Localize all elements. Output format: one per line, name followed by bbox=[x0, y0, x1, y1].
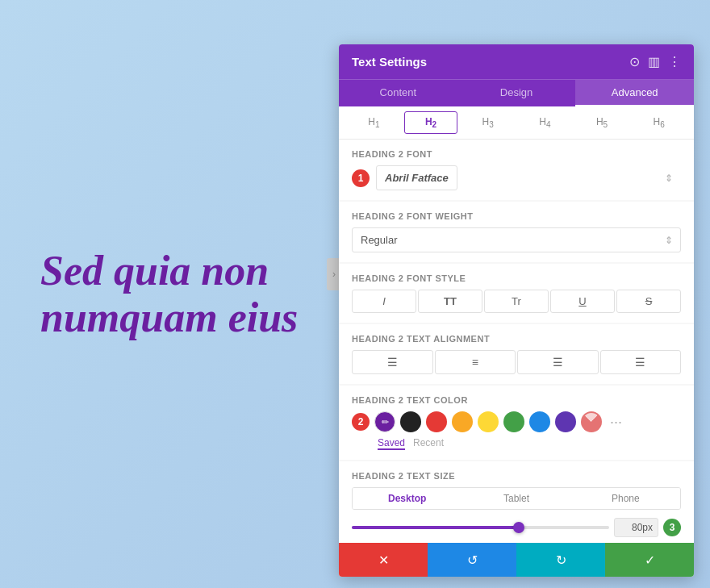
strikethrough-btn[interactable]: S bbox=[616, 290, 681, 313]
text-size-track bbox=[352, 526, 609, 529]
more-colors-btn[interactable]: ··· bbox=[607, 412, 625, 432]
panel-tabs: Content Design Advanced bbox=[339, 79, 694, 106]
align-center-btn[interactable]: ≡ bbox=[435, 350, 516, 374]
h-tab-5[interactable]: H5 bbox=[575, 111, 629, 134]
saved-tab[interactable]: Saved bbox=[378, 437, 405, 450]
text-settings-panel: Text Settings ⊙ ▥ ⋮ Content Design Advan… bbox=[339, 44, 694, 577]
color-saved-recent-tabs: Saved Recent bbox=[352, 437, 681, 450]
color-picker-btn[interactable]: ✏ bbox=[374, 411, 395, 432]
swatch-green[interactable] bbox=[503, 411, 524, 432]
font-label: Heading 2 Font bbox=[352, 149, 681, 159]
badge-2: 2 bbox=[352, 413, 370, 431]
h-tab-2[interactable]: H2 bbox=[404, 111, 458, 134]
text-size-slider-wrap bbox=[352, 526, 609, 529]
tab-design[interactable]: Design bbox=[457, 80, 576, 106]
select-arrow-icon: ⇕ bbox=[665, 173, 673, 184]
panel-header-icons: ⊙ ▥ ⋮ bbox=[629, 54, 681, 69]
swatch-pink[interactable] bbox=[581, 411, 602, 432]
redo-button[interactable]: ↻ bbox=[516, 543, 605, 577]
text-size-input-row: 3 bbox=[352, 518, 681, 537]
bold-btn[interactable]: TT bbox=[418, 290, 482, 313]
badge-3: 3 bbox=[663, 519, 681, 536]
badge-1: 1 bbox=[352, 169, 370, 187]
font-select[interactable]: Abril Fatface bbox=[376, 165, 457, 190]
font-style-label: Heading 2 Font Style bbox=[352, 273, 681, 283]
device-tablet-tab[interactable]: Tablet bbox=[461, 488, 570, 509]
redo-icon: ↻ bbox=[556, 553, 566, 568]
panel-body: H1 H2 H3 H4 H5 H6 Heading 2 Font 1 Abril… bbox=[339, 106, 694, 543]
panel-header: Text Settings ⊙ ▥ ⋮ bbox=[339, 44, 694, 79]
text-size-fill bbox=[352, 526, 519, 529]
target-icon[interactable]: ⊙ bbox=[629, 54, 640, 69]
undo-icon: ↺ bbox=[467, 553, 478, 568]
h-tab-4[interactable]: H4 bbox=[518, 111, 572, 134]
swatch-purple[interactable] bbox=[555, 411, 576, 432]
panel-title: Text Settings bbox=[352, 55, 427, 69]
section-text-alignment: Heading 2 Text Alignment ☰ ≡ ☰ ☰ bbox=[339, 324, 694, 384]
recent-tab[interactable]: Recent bbox=[413, 437, 444, 450]
text-color-label: Heading 2 Text Color bbox=[352, 395, 681, 405]
align-justify-btn[interactable]: ☰ bbox=[600, 350, 682, 374]
save-button[interactable]: ✓ bbox=[605, 543, 694, 577]
text-alignment-label: Heading 2 Text Alignment bbox=[352, 334, 681, 344]
swatch-orange[interactable] bbox=[452, 411, 473, 432]
text-size-thumb[interactable] bbox=[513, 522, 524, 533]
swatch-red[interactable] bbox=[426, 411, 447, 432]
text-size-value[interactable] bbox=[614, 518, 658, 537]
section-font-weight: Heading 2 Font Weight Regular Bold Light… bbox=[339, 202, 694, 262]
more-icon[interactable]: ⋮ bbox=[668, 54, 681, 69]
h-tab-6[interactable]: H6 bbox=[632, 111, 686, 134]
section-font-style: Heading 2 Font Style I TT Tr U S bbox=[339, 264, 694, 323]
font-weight-wrap: Regular Bold Light ⇕ bbox=[352, 227, 681, 252]
align-right-btn[interactable]: ☰ bbox=[517, 350, 599, 374]
h-tab-3[interactable]: H3 bbox=[461, 111, 515, 134]
device-tabs: Desktop Tablet Phone bbox=[352, 487, 681, 510]
color-swatches-row: 2 ✏ ··· bbox=[352, 411, 681, 432]
font-style-buttons: I TT Tr U S bbox=[352, 290, 681, 313]
save-icon: ✓ bbox=[645, 553, 655, 568]
text-size-label: Heading 2 Text Size bbox=[352, 471, 681, 481]
font-weight-label: Heading 2 Font Weight bbox=[352, 211, 681, 221]
swatch-black[interactable] bbox=[400, 411, 421, 432]
undo-button[interactable]: ↺ bbox=[428, 543, 516, 577]
device-phone-tab[interactable]: Phone bbox=[571, 488, 680, 509]
h-tab-1[interactable]: H1 bbox=[347, 111, 401, 134]
font-weight-select[interactable]: Regular Bold Light bbox=[352, 227, 681, 252]
heading-tabs: H1 H2 H3 H4 H5 H6 bbox=[339, 106, 694, 140]
section-text-color: Heading 2 Text Color 2 ✏ ··· Saved Recen… bbox=[339, 386, 694, 460]
tab-content[interactable]: Content bbox=[339, 80, 457, 106]
canvas-heading-text: Sed quia non numquam eius bbox=[40, 248, 315, 340]
underline-btn[interactable]: U bbox=[550, 290, 615, 313]
section-font: Heading 2 Font 1 Abril Fatface ⇕ bbox=[339, 140, 694, 200]
section-text-size: Heading 2 Text Size Desktop Tablet Phone… bbox=[339, 461, 694, 543]
swatch-yellow[interactable] bbox=[478, 411, 499, 432]
align-left-btn[interactable]: ☰ bbox=[352, 350, 433, 374]
swatch-blue[interactable] bbox=[529, 411, 550, 432]
tab-advanced[interactable]: Advanced bbox=[575, 80, 694, 106]
alignment-buttons: ☰ ≡ ☰ ☰ bbox=[352, 350, 681, 374]
cancel-icon: ✕ bbox=[378, 553, 389, 568]
panel-footer: ✕ ↺ ↻ ✓ bbox=[339, 543, 694, 577]
caps-btn[interactable]: Tr bbox=[484, 290, 549, 313]
columns-icon[interactable]: ▥ bbox=[648, 54, 660, 69]
italic-btn[interactable]: I bbox=[352, 290, 416, 313]
device-desktop-tab[interactable]: Desktop bbox=[353, 488, 461, 509]
cancel-button[interactable]: ✕ bbox=[339, 543, 428, 577]
font-select-wrap: 1 Abril Fatface ⇕ bbox=[352, 165, 681, 190]
